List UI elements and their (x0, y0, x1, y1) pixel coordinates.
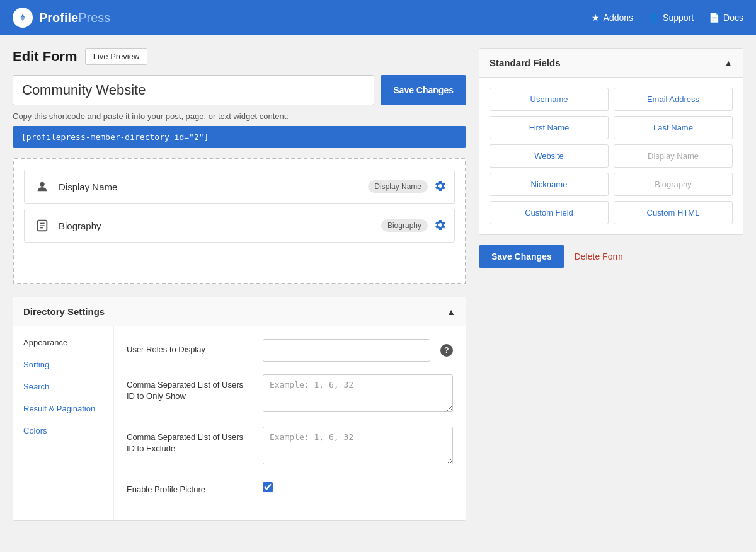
right-column: Standard Fields ▲ Username Email Address… (479, 48, 743, 521)
settings-content: User Roles to Display ? Comma Separated … (114, 326, 466, 520)
directory-settings-title: Directory Settings (23, 306, 105, 317)
enable-profile-picture-row: Enable Profile Picture (127, 479, 453, 495)
display-name-gear-icon[interactable] (434, 180, 447, 194)
standard-fields-title: Standard Fields (490, 57, 561, 68)
collapse-icon[interactable]: ▲ (447, 307, 455, 317)
logo: ProfilePress (13, 8, 110, 28)
field-btn-username[interactable]: Username (490, 88, 609, 111)
page-title: Edit Form (13, 49, 77, 65)
form-field-display-name: Display Name Display Name (24, 170, 455, 204)
page-header: Edit Form Live Preview (13, 48, 466, 65)
person-icon: 👤 (648, 13, 659, 23)
user-roles-input[interactable] (263, 339, 430, 362)
standard-fields-grid: Username Email Address First Name Last N… (479, 78, 743, 234)
header-nav: ★ Addons 👤 Support 📄 Docs (592, 13, 743, 23)
display-name-label: Display Name (59, 181, 362, 192)
users-id-show-control (263, 374, 453, 414)
form-name-row: Save Changes (13, 75, 466, 105)
biography-badge: Biography (381, 219, 428, 232)
user-roles-help-icon[interactable]: ? (440, 344, 453, 357)
shortcode-info: Copy this shortcode and paste it into yo… (13, 112, 466, 121)
action-row: Save Changes Delete Form (479, 245, 743, 268)
star-icon: ★ (592, 13, 600, 23)
live-preview-button[interactable]: Live Preview (85, 48, 148, 65)
document-field-icon (32, 216, 52, 236)
biography-label: Biography (59, 221, 375, 231)
users-id-exclude-input[interactable] (263, 427, 453, 464)
users-id-show-row: Comma Separated List of Users ID to Only… (127, 374, 453, 414)
form-fields-area: Display Name Display Name (13, 158, 466, 284)
settings-sidebar: Appearance Sorting Search Result & Pagin… (13, 326, 114, 520)
field-btn-email-address[interactable]: Email Address (614, 88, 733, 111)
sidebar-item-colors[interactable]: Colors (13, 420, 113, 442)
field-btn-last-name[interactable]: Last Name (614, 116, 733, 139)
sidebar-item-result-pagination[interactable]: Result & Pagination (13, 398, 113, 420)
enable-profile-picture-checkbox[interactable] (263, 482, 273, 492)
field-btn-custom-field[interactable]: Custom Field (490, 201, 609, 224)
sidebar-item-appearance[interactable]: Appearance (13, 331, 113, 354)
main-content: Edit Form Live Preview Save Changes Copy… (0, 35, 756, 534)
field-btn-display-name: Display Name (614, 144, 733, 168)
field-btn-first-name[interactable]: First Name (490, 116, 609, 139)
users-id-exclude-row: Comma Separated List of Users ID to Excl… (127, 427, 453, 466)
enable-profile-picture-label: Enable Profile Picture (127, 479, 253, 495)
user-roles-row: User Roles to Display ? (127, 339, 453, 362)
directory-settings: Directory Settings ▲ Appearance Sorting … (13, 297, 466, 521)
book-icon: 📄 (709, 13, 719, 23)
standard-fields-panel: Standard Fields ▲ Username Email Address… (479, 48, 743, 235)
directory-settings-header: Directory Settings ▲ (13, 297, 466, 326)
form-name-input[interactable] (13, 75, 374, 105)
delete-form-link[interactable]: Delete Form (575, 251, 623, 262)
svg-point-1 (40, 182, 44, 187)
standard-fields-collapse-icon[interactable]: ▲ (724, 58, 733, 68)
docs-nav-item[interactable]: 📄 Docs (709, 13, 743, 23)
sidebar-item-search[interactable]: Search (13, 376, 113, 398)
users-id-exclude-control (263, 427, 453, 466)
addons-label: Addons (604, 13, 633, 23)
directory-settings-body: Appearance Sorting Search Result & Pagin… (13, 326, 466, 520)
addons-nav-item[interactable]: ★ Addons (592, 13, 633, 23)
biography-gear-icon[interactable] (434, 219, 447, 233)
shortcode-box: [profilepress-member-directory id="2"] (13, 126, 466, 148)
field-btn-nickname[interactable]: Nickname (490, 173, 609, 196)
form-field-biography: Biography Biography (24, 209, 455, 243)
left-column: Edit Form Live Preview Save Changes Copy… (13, 48, 466, 521)
logo-icon (13, 8, 33, 28)
sidebar-item-sorting[interactable]: Sorting (13, 354, 113, 376)
users-id-exclude-label: Comma Separated List of Users ID to Excl… (127, 427, 253, 454)
user-roles-label: User Roles to Display (127, 339, 253, 355)
field-btn-biography: Biography (614, 173, 733, 196)
save-changes-button-top[interactable]: Save Changes (381, 75, 466, 105)
standard-fields-header: Standard Fields ▲ (479, 49, 743, 78)
save-changes-button-right[interactable]: Save Changes (479, 245, 564, 268)
docs-label: Docs (723, 13, 743, 23)
header: ProfilePress ★ Addons 👤 Support 📄 Docs (0, 0, 756, 35)
display-name-badge: Display Name (368, 180, 428, 193)
logo-text: ProfilePress (39, 11, 110, 25)
users-id-show-input[interactable] (263, 374, 453, 412)
user-roles-control (263, 339, 430, 362)
person-field-icon (32, 176, 52, 197)
support-nav-item[interactable]: 👤 Support (648, 13, 694, 23)
users-id-show-label: Comma Separated List of Users ID to Only… (127, 374, 253, 402)
field-btn-website[interactable]: Website (490, 144, 609, 168)
field-btn-custom-html[interactable]: Custom HTML (614, 201, 733, 224)
support-label: Support (663, 13, 694, 23)
